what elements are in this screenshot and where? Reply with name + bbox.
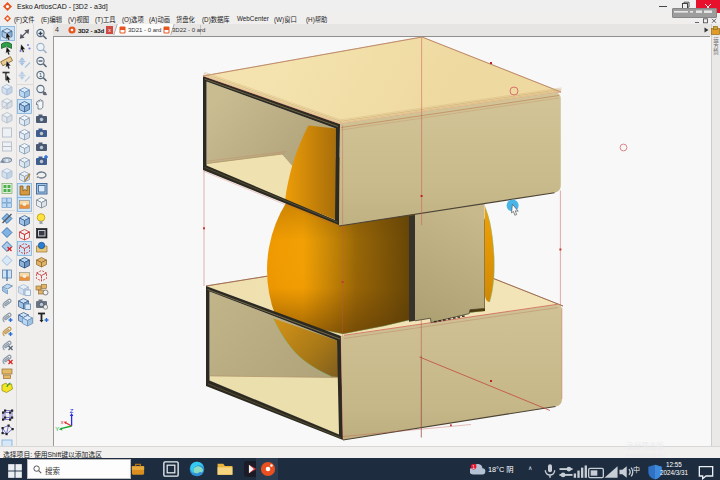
svg-text:Z: Z xyxy=(70,408,74,414)
svg-text:Y: Y xyxy=(55,426,59,432)
svg-text:1: 1 xyxy=(39,72,42,78)
svg-text:x: x xyxy=(61,419,64,425)
svg-text:1: 1 xyxy=(472,465,475,470)
